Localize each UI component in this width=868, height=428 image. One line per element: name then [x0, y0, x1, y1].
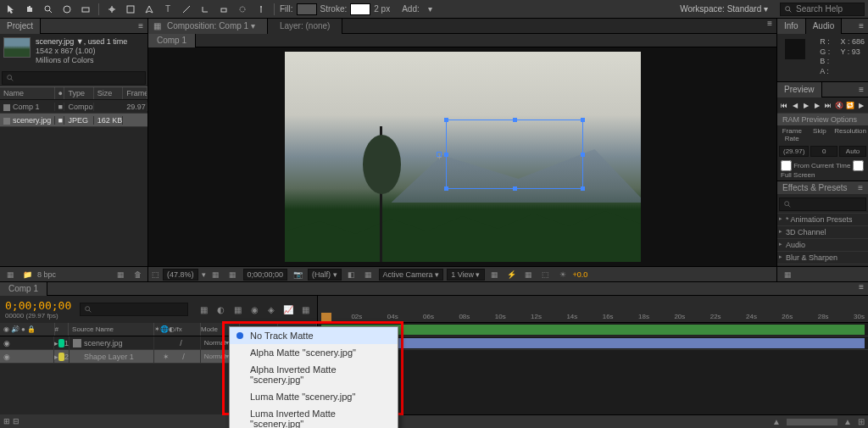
hand-tool-icon[interactable]	[22, 2, 37, 17]
zoom-in-icon[interactable]: ▲	[841, 416, 854, 428]
help-search-input[interactable]: Search Help	[780, 3, 865, 16]
view-dropdown[interactable]: 1 View ▾	[447, 269, 484, 281]
timeline-tab[interactable]: Comp 1	[0, 282, 47, 296]
panel-menu-icon[interactable]: ≡	[854, 21, 868, 31]
timeline-ruler[interactable]: 02s04s06s08s10s12s14s16s18s20s22s24s26s2…	[318, 296, 868, 323]
info-tab[interactable]: Info	[777, 19, 806, 34]
track-matte-option[interactable]: Luma Matte "scenery.jpg"	[230, 388, 398, 405]
exposure-value[interactable]: +0.0	[573, 270, 588, 279]
layer-color-pip[interactable]	[58, 339, 64, 347]
from-current-checkbox[interactable]	[781, 160, 792, 171]
mute-icon[interactable]: 🔇	[835, 100, 843, 110]
composition-viewer[interactable]: +	[148, 47, 776, 266]
zoom-tool-icon[interactable]	[41, 2, 56, 17]
comp-flowchart-icon[interactable]: ⬚	[539, 270, 553, 279]
panel-menu-icon[interactable]: ≡	[854, 282, 868, 295]
frame-blend-icon[interactable]: ▦	[231, 303, 244, 315]
effect-category[interactable]: Audio	[777, 238, 868, 251]
track-matte-option[interactable]: Luma Inverted Matte "scenery.jpg"	[230, 405, 398, 428]
timecode[interactable]: 0;00;00;00	[5, 299, 71, 312]
camera-dropdown[interactable]: Active Camera ▾	[379, 269, 444, 281]
panel-menu-icon[interactable]: ≡	[763, 19, 776, 33]
composition-header-tab[interactable]: ▦ Composition: Comp 1 ▾	[148, 19, 268, 34]
first-frame-icon[interactable]: ⏮	[780, 100, 788, 110]
comp-subtab[interactable]: Comp 1	[148, 34, 196, 47]
camera-tool-icon[interactable]	[78, 2, 93, 17]
fast-preview-icon[interactable]: ⚡	[505, 270, 519, 279]
comp-mini-icon[interactable]: ▦	[197, 303, 210, 315]
track-matte-option[interactable]: No Track Matte	[230, 327, 398, 344]
timeline-search-input[interactable]	[80, 303, 188, 316]
zoom-dropdown[interactable]: (47.8%)	[163, 269, 198, 281]
shape-tool-icon[interactable]	[123, 2, 138, 17]
brainstorm-icon[interactable]: ◈	[264, 303, 278, 315]
effect-category[interactable]: 3D Channel	[777, 225, 868, 238]
roto-tool-icon[interactable]	[235, 2, 250, 17]
time-display[interactable]: 0;00;00;00	[243, 269, 288, 281]
pixel-aspect-icon[interactable]: ▦	[488, 270, 502, 279]
play-icon[interactable]: ▶	[802, 100, 810, 110]
preview-tab[interactable]: Preview	[777, 82, 822, 97]
track-matte-option[interactable]: Alpha Matte "scenery.jpg"	[230, 344, 398, 361]
zoom-out-icon[interactable]: ▲	[770, 416, 783, 428]
eraser-tool-icon[interactable]	[216, 2, 231, 17]
effect-category[interactable]: Blur & Sharpen	[777, 251, 868, 264]
new-comp-icon[interactable]: ▦	[114, 269, 127, 281]
snapshot-icon[interactable]: 📷	[291, 270, 304, 279]
source-name-header[interactable]: Source Name	[69, 323, 154, 336]
show-grid-icon[interactable]: ▦	[209, 270, 223, 279]
mask-icon[interactable]: ▦	[226, 270, 240, 279]
flowchart-icon[interactable]: ▦	[153, 19, 161, 34]
rotate-tool-icon[interactable]	[59, 2, 75, 17]
draft3d-icon[interactable]: ▦	[298, 303, 312, 315]
bpc-toggle[interactable]: 8 bpc	[37, 270, 56, 279]
trash-icon[interactable]: 🗑	[131, 269, 144, 281]
toggle-switches-icon[interactable]: ⊞ ⊟	[3, 417, 19, 425]
zoom-slider[interactable]	[787, 419, 837, 425]
layer-color-pip[interactable]	[58, 353, 64, 361]
fill-swatch[interactable]	[297, 3, 317, 15]
clone-tool-icon[interactable]	[198, 2, 213, 17]
flowchart-button-icon[interactable]: ⬚	[152, 270, 159, 279]
stroke-width[interactable]: 2 px	[374, 4, 390, 14]
project-tab[interactable]: Project	[0, 19, 41, 34]
shape-layer-selection[interactable]: +	[446, 120, 583, 189]
stroke-swatch[interactable]	[350, 3, 370, 15]
ram-preview-options[interactable]: RAM Preview Options	[777, 113, 868, 125]
apply-icon[interactable]: ▦	[781, 269, 794, 281]
loop-icon[interactable]: 🔁	[846, 100, 854, 110]
project-search-input[interactable]	[2, 71, 146, 85]
pen-tool-icon[interactable]	[142, 2, 157, 17]
puppet-tool-icon[interactable]	[253, 2, 269, 17]
panel-menu-icon[interactable]: ≡	[134, 21, 147, 31]
anchor-icon[interactable]: +	[437, 152, 442, 157]
selection-tool-icon[interactable]	[3, 2, 19, 17]
comp-button-icon[interactable]: ⊞	[854, 416, 868, 428]
preview-res-dropdown[interactable]: Auto	[839, 146, 866, 157]
ram-preview-icon[interactable]: ▶	[857, 100, 865, 110]
asset-row[interactable]: Comp 1■Composition29.97	[0, 100, 147, 114]
reset-exposure-icon[interactable]: ☀	[556, 270, 570, 279]
panel-menu-icon[interactable]: ≡	[854, 85, 868, 94]
last-frame-icon[interactable]: ⏭	[824, 100, 832, 110]
effect-category[interactable]: * Animation Presets	[777, 213, 868, 225]
transparency-icon[interactable]: ▦	[362, 270, 376, 279]
roi-icon[interactable]: ◧	[345, 270, 359, 279]
framerate-dropdown[interactable]: (29.97)	[779, 146, 809, 157]
effects-search-input[interactable]	[779, 197, 866, 211]
add-dropdown-icon[interactable]: ▾	[423, 2, 438, 17]
next-frame-icon[interactable]: ▶	[813, 100, 821, 110]
full-screen-checkbox[interactable]	[853, 160, 864, 171]
effect-category[interactable]: Channel	[777, 264, 868, 266]
prev-frame-icon[interactable]: ◀	[791, 100, 799, 110]
interpret-icon[interactable]: ▦	[3, 269, 17, 281]
text-tool-icon[interactable]: T	[160, 2, 175, 17]
layer-header-tab[interactable]: Layer: (none)	[268, 19, 342, 34]
resolution-dropdown[interactable]: (Half) ▾	[308, 269, 342, 281]
folder-icon[interactable]: 📁	[20, 269, 34, 281]
eye-icon[interactable]	[3, 339, 10, 347]
asset-row[interactable]: scenery.jpg■JPEG162 KB	[0, 114, 147, 127]
skip-dropdown[interactable]: 0	[810, 146, 837, 157]
motion-blur-icon[interactable]: ◉	[248, 303, 261, 315]
timeline-icon[interactable]: ▦	[522, 270, 536, 279]
